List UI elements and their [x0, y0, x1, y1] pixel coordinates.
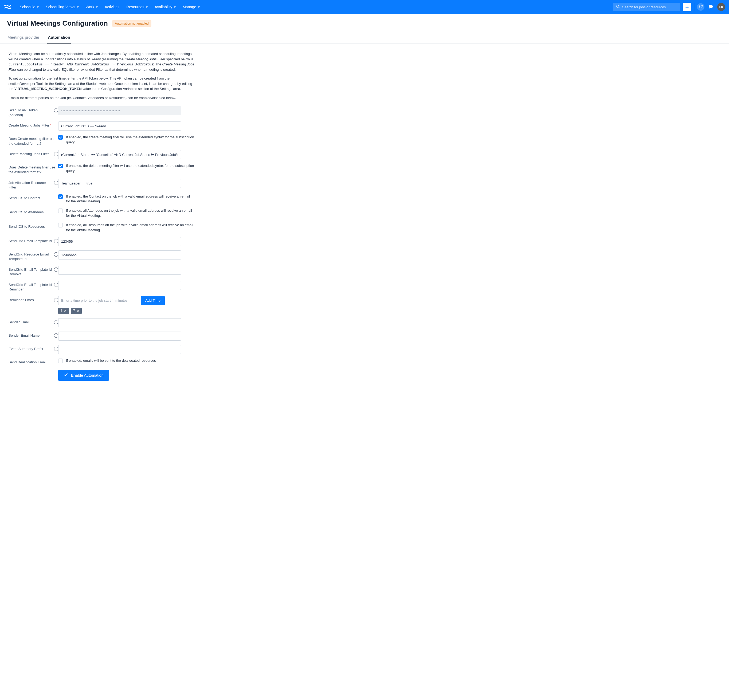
chevron-down-icon: ▾	[198, 5, 200, 9]
svg-line-1	[619, 7, 619, 8]
required-indicator: *	[50, 123, 51, 127]
label-sender-email: Sender Email	[9, 320, 29, 325]
delete-ext-desc: If enabled, the delete meeting filter wi…	[66, 163, 195, 174]
chevron-down-icon: ▾	[37, 5, 39, 9]
status-badge: Automation not enabled	[112, 20, 151, 27]
info-icon[interactable]: i	[54, 181, 58, 185]
tab-meetings-provider[interactable]: Meetings provider	[7, 32, 40, 44]
chevron-down-icon: ▾	[77, 5, 79, 9]
user-avatar[interactable]: LK	[717, 3, 725, 11]
chip-value: 7	[73, 309, 75, 313]
label-delete-ext: Does Delete meeting filter use the exten…	[9, 165, 58, 174]
info-icon[interactable]: i	[54, 239, 58, 243]
chip-value: 4	[60, 309, 62, 313]
svg-point-0	[617, 5, 619, 7]
label-alloc-filter: Job Allocation Resource Filter	[9, 180, 52, 190]
check-icon	[64, 372, 68, 378]
nav-availability[interactable]: Availability▾	[151, 3, 179, 11]
info-icon[interactable]: i	[54, 283, 58, 287]
api-token-input[interactable]	[58, 106, 181, 115]
label-ics-resources: Send ICS to Resources	[9, 224, 45, 229]
reminder-chip: 7 ✕	[71, 308, 82, 314]
nav-schedule[interactable]: Schedule▾	[17, 3, 42, 11]
label-sg-template: SendGrid Email Template Id	[9, 239, 52, 244]
label-sender-name: Sender Email Name	[9, 333, 39, 338]
add-time-button[interactable]: Add Time	[141, 296, 165, 305]
label-sg-resource-template: SendGrid Resource Email Template Id	[9, 252, 52, 261]
chevron-down-icon: ▾	[174, 5, 176, 9]
info-icon[interactable]: i	[54, 152, 58, 156]
create-ext-desc: If enabled, the create meeting filter wi…	[66, 135, 195, 145]
sg-reminder-input[interactable]	[58, 281, 181, 290]
info-icon[interactable]: i	[54, 267, 58, 272]
nav-resources[interactable]: Resources▾	[123, 3, 151, 11]
page-title: Virtual Meetings Configuration	[7, 19, 108, 28]
top-navigation-bar: Schedule▾ Scheduling Views▾ Work▾ Activi…	[0, 0, 729, 14]
chevron-down-icon: ▾	[146, 5, 148, 9]
label-reminder-times: Reminder Times	[9, 298, 34, 302]
label-delete-filter: Delete Meeting Jobs Filter	[9, 152, 49, 157]
chip-remove-icon[interactable]: ✕	[77, 309, 80, 313]
delete-filter-input[interactable]	[58, 150, 181, 159]
ics-contact-desc: If enabled, the Contact on the job with …	[66, 194, 195, 204]
label-ics-contact: Send ICS to Contact	[9, 196, 40, 200]
label-create-filter: Create Meeting Jobs Filter	[9, 123, 49, 127]
label-create-ext: Does Create meeting filter use the exten…	[9, 137, 58, 146]
info-icon[interactable]: i	[54, 320, 58, 324]
sync-button[interactable]	[697, 3, 704, 11]
sg-remove-input[interactable]	[58, 266, 181, 275]
nav-activities[interactable]: Activities	[102, 3, 123, 11]
chevron-down-icon: ▾	[96, 5, 98, 9]
ics-attendees-desc: If enabled, all Attendees on the job wit…	[66, 208, 195, 218]
nav-manage[interactable]: Manage▾	[179, 3, 203, 11]
reminder-time-input[interactable]	[58, 296, 138, 305]
ics-attendees-checkbox[interactable]	[58, 209, 63, 213]
refresh-icon	[699, 4, 703, 9]
label-api-token: Skedulo API Token (optional)	[9, 108, 52, 117]
alloc-filter-input[interactable]	[58, 179, 181, 188]
nav-work[interactable]: Work▾	[83, 3, 101, 11]
plus-icon: ＋	[684, 3, 690, 11]
divider	[694, 3, 694, 11]
info-icon[interactable]: i	[54, 252, 58, 257]
dealloc-checkbox[interactable]	[58, 359, 63, 363]
label-summary-prefix: Event Summary Prefix	[9, 347, 43, 351]
chat-icon	[709, 4, 713, 10]
sg-resource-template-input[interactable]	[58, 250, 181, 260]
ics-resources-desc: If enabled, all Resources on the job wit…	[66, 223, 195, 233]
summary-prefix-input[interactable]	[58, 345, 181, 354]
label-sg-remove: SendGrid Email Template Id Remove	[9, 267, 52, 277]
info-icon[interactable]: i	[54, 108, 58, 112]
delete-ext-checkbox[interactable]	[58, 164, 63, 168]
enable-automation-button[interactable]: Enable Automation	[58, 370, 109, 381]
nav-scheduling-views[interactable]: Scheduling Views▾	[42, 3, 82, 11]
label-sg-reminder: SendGrid Email Template Id Reminder	[9, 282, 52, 292]
ics-contact-checkbox[interactable]	[58, 195, 63, 199]
chip-remove-icon[interactable]: ✕	[64, 309, 67, 313]
label-dealloc: Send Deallocation Email	[9, 360, 46, 365]
reminder-chip: 4 ✕	[58, 308, 69, 314]
label-ics-attendees: Send ICS to Attendees	[9, 210, 44, 215]
search-icon	[616, 4, 620, 9]
create-ext-checkbox[interactable]	[58, 135, 63, 139]
intro-text: Virtual Meetings can be automatically sc…	[9, 51, 195, 100]
ics-resources-checkbox[interactable]	[58, 223, 63, 228]
app-logo[interactable]	[4, 5, 12, 9]
nav-items: Schedule▾ Scheduling Views▾ Work▾ Activi…	[17, 3, 203, 11]
create-filter-input[interactable]	[58, 122, 181, 131]
global-search[interactable]	[613, 3, 680, 11]
sg-template-input[interactable]	[58, 237, 181, 246]
add-button[interactable]: ＋	[683, 3, 691, 11]
sender-name-input[interactable]	[58, 331, 181, 341]
sender-email-input[interactable]	[58, 318, 181, 327]
info-icon[interactable]: i	[54, 347, 58, 351]
tab-automation[interactable]: Automation	[47, 32, 71, 44]
info-icon[interactable]: i	[54, 298, 58, 302]
search-input[interactable]	[622, 5, 677, 9]
dealloc-desc: If enabled, emails will be sent to the d…	[66, 358, 156, 363]
tabs: Meetings provider Automation	[0, 32, 729, 44]
info-icon[interactable]: i	[54, 333, 58, 338]
chat-button[interactable]	[707, 3, 714, 11]
